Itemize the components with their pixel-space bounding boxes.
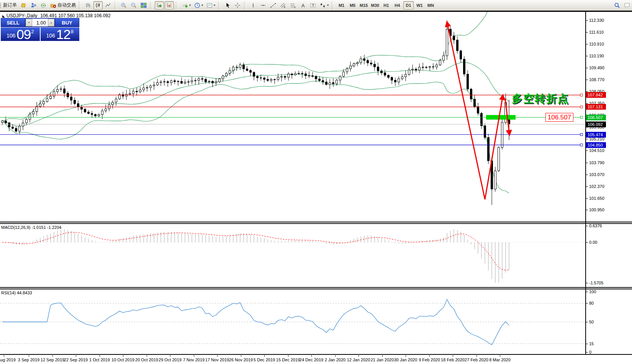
date-tick-mark [241,355,241,357]
rsi-tick-mark [586,303,588,304]
price-tick-label: 104.510 [589,148,604,153]
macd-tick-label: 0.00 [589,240,597,245]
date-tick-label: 21 Jan 2020 [371,357,394,362]
candle-body [212,81,214,83]
candle-body [298,73,300,74]
candle-body [250,70,252,72]
macd-tick-mark [586,283,588,283]
candle-body [453,36,455,40]
candle-body [360,59,362,63]
date-tick-mark [500,355,500,357]
candle-body [77,104,79,107]
candle-body [208,81,210,82]
buy-price-handle: 106 [46,33,55,39]
candle-body [429,67,431,67]
collapse-triangle-icon[interactable]: ◣ [2,14,5,18]
rsi-tick-label: 15 [589,341,594,346]
candle-body [91,114,93,114]
candle-body [195,80,196,81]
price-axis[interactable]: 112.330111.610110.910110.190109.490108.7… [586,0,632,364]
candle-body [405,75,407,77]
sell-button[interactable]: SELL [1,18,25,27]
candle-body [446,29,448,56]
level-line-anchor[interactable] [580,116,583,119]
candle-body [115,99,117,103]
sell-price-big: 09 [16,28,31,41]
buy-price-pip: 8 [71,29,74,34]
price-tick-label: 100.950 [589,207,604,212]
price-tick-label: 102.370 [589,184,604,189]
candle-body [401,77,403,79]
candle-body [357,63,359,64]
price-tick-mark [586,175,588,175]
date-tick-mark [29,355,29,357]
candle-body [219,79,221,82]
candle-body [315,76,317,79]
date-tick-label: 10 Oct 2019 [111,357,134,362]
sell-price[interactable]: 106092 [1,28,40,41]
mt4-terminal-window: 新订单自动交易▾▾▾EFAT▾M1M5M15M30H1H4D1W1MN ◣USD… [0,0,632,364]
macd-indicator-label: MACD(12,26,9) -1.0151 -1.2204 [1,225,61,230]
volume-decrement-button[interactable]: ▾ [26,19,32,26]
date-tick-mark [429,355,430,357]
date-tick-label: 18 Feb 2020 [441,357,465,362]
pane-divider[interactable] [0,222,632,224]
pane-divider[interactable] [0,287,632,289]
candle-body [215,82,217,83]
volume-input[interactable]: 1.00 [32,19,48,26]
candle-body [253,72,255,76]
price-highlight-label: 106.507 [586,114,606,120]
buy-price[interactable]: 106128 [41,28,80,41]
price-tick-mark [586,139,588,139]
candle-body [329,83,331,85]
date-tick-mark [476,355,477,357]
date-tick-mark [4,355,4,357]
candle-body [395,80,396,82]
date-tick-mark [453,355,453,357]
level-line-anchor[interactable] [580,144,583,146]
date-tick-label: 9 Feb 2020 [419,357,440,362]
candle-body [133,91,134,93]
date-tick-label: 24 Dec 2019 [300,357,323,362]
candle-body [432,67,434,67]
date-tick-label: 3 Sep 2019 [18,357,39,362]
macd-tick-label: -1.5705 [589,281,603,285]
price-tick-mark [586,150,588,151]
volume-increment-button[interactable]: ▴ [48,19,54,26]
trend-arrow[interactable] [447,22,485,199]
candle-body [288,74,290,77]
candle-body [274,80,276,80]
candle-body [439,60,441,65]
candle-body [232,67,234,70]
candle-body [146,88,148,88]
buy-button[interactable]: BUY [55,18,79,27]
candle-body [188,82,190,82]
candle-body [167,82,169,83]
candle-body [12,127,14,129]
price-tick-label: 103.790 [589,160,604,165]
candle-body [22,123,24,126]
bollinger-band-line [2,62,509,126]
candle-body [222,76,224,79]
level-line-anchor[interactable] [580,134,583,136]
candle-body [408,70,410,75]
candle-body [160,82,162,83]
date-tick-label: 15 Dec 2019 [276,357,300,362]
price-tick-mark [586,68,588,68]
level-line-anchor[interactable] [580,94,583,96]
candle-body [26,119,28,123]
price-tick-mark [586,44,588,44]
candle-body [326,82,327,85]
candle-body [319,79,321,80]
green-highlight-box[interactable] [486,115,516,120]
candle-body [498,147,500,171]
chart-canvas[interactable] [0,0,632,364]
rsi-tick-mark [586,322,588,322]
candle-body [381,71,383,73]
level-line-anchor[interactable] [580,106,583,108]
candle-body [81,107,83,109]
candle-body [88,112,90,114]
date-axis[interactable]: 25 Aug 20193 Sep 201912 Sep 201922 Sep 2… [0,355,632,364]
candle-body [46,99,48,102]
candle-body [436,65,438,67]
